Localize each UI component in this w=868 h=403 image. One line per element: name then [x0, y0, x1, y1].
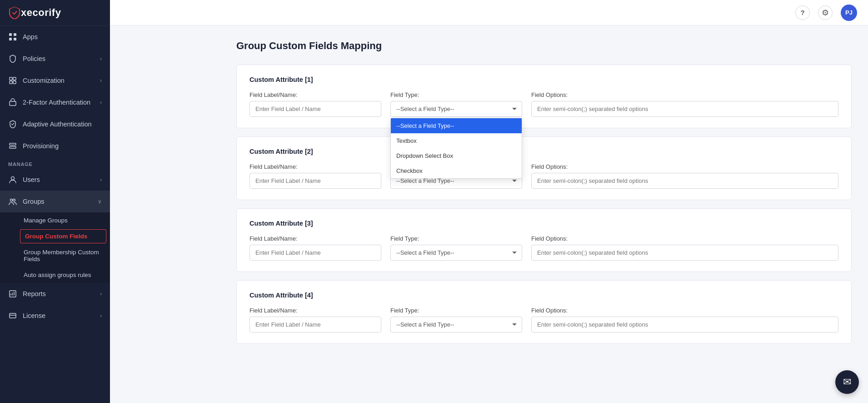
attribute-3-fields-row: Field Label/Name: Field Type: --Select a… [249, 235, 838, 261]
customization-icon [8, 76, 17, 85]
attribute-section-2: Custom Attribute [2] Field Label/Name: F… [236, 136, 852, 200]
svg-rect-3 [14, 38, 16, 40]
2fa-icon [8, 98, 17, 107]
sidebar-item-group-membership-custom-fields[interactable]: Group Membership Custom Fields [0, 244, 110, 267]
dropdown-option-dropdown-select[interactable]: Dropdown Select Box [391, 148, 522, 163]
attr1-field-type-wrapper: --Select a Field Type-- Textbox Dropdown… [390, 101, 522, 117]
attribute-4-fields-row: Field Label/Name: Field Type: --Select a… [249, 307, 838, 332]
sidebar-item-auto-assign-groups[interactable]: Auto assign groups rules [0, 267, 110, 283]
attr1-field-options-group: Field Options: [531, 91, 838, 117]
attr2-field-options-group: Field Options: [531, 163, 838, 189]
sidebar-item-group-custom-fields[interactable]: Group Custom Fields [20, 229, 106, 243]
sidebar-item-provisioning-label: Provisioning [23, 142, 59, 150]
provisioning-icon [8, 141, 17, 151]
dropdown-option-textbox[interactable]: Textbox [391, 133, 522, 148]
sidebar-item-provisioning[interactable]: Provisioning [0, 135, 110, 157]
chat-button[interactable]: ✉ [835, 370, 859, 394]
brand-name: xecorify [21, 7, 61, 19]
topbar-actions: ? ⚙ PJ [795, 5, 857, 21]
topbar: ? ⚙ PJ [110, 0, 868, 25]
sidebar: xecorify Apps Policies › Customization ›… [0, 0, 110, 403]
attr1-field-options-input[interactable] [531, 101, 838, 117]
attr4-field-options-label: Field Options: [531, 307, 838, 314]
attribute-1-fields-row: Field Label/Name: Field Type: --Select a… [249, 91, 838, 117]
main-content: Group Custom Fields Mapping Custom Attri… [220, 25, 868, 403]
attr4-field-options-input[interactable] [531, 317, 838, 332]
sidebar-item-policies[interactable]: Policies › [0, 48, 110, 70]
attr4-field-type-label: Field Type: [390, 307, 522, 314]
attr3-field-type-group: Field Type: --Select a Field Type-- Text… [390, 235, 522, 261]
attr3-field-options-input[interactable] [531, 245, 838, 261]
attr4-field-type-select[interactable]: --Select a Field Type-- Textbox Dropdown… [390, 317, 522, 332]
svg-rect-10 [10, 146, 16, 148]
user-avatar[interactable]: PJ [841, 5, 857, 21]
attr4-label-name-input[interactable] [249, 317, 381, 332]
reports-icon [8, 289, 17, 298]
svg-rect-7 [13, 81, 16, 84]
users-chevron-icon: › [100, 176, 102, 183]
attr1-label-name-group: Field Label/Name: [249, 91, 381, 117]
sidebar-item-users[interactable]: Users › [0, 169, 110, 191]
logo-icon [8, 6, 21, 19]
attr3-field-options-label: Field Options: [531, 235, 838, 242]
sidebar-item-customization[interactable]: Customization › [0, 70, 110, 91]
svg-rect-5 [13, 77, 16, 80]
attr3-field-type-label: Field Type: [390, 235, 522, 242]
sidebar-item-2fa[interactable]: 2-Factor Authentication › [0, 91, 110, 113]
svg-point-13 [13, 199, 15, 202]
svg-rect-8 [10, 101, 16, 106]
2fa-chevron-icon: › [100, 99, 102, 106]
attr3-field-type-select[interactable]: --Select a Field Type-- Textbox Dropdown… [390, 245, 522, 261]
svg-rect-6 [10, 81, 12, 84]
groups-submenu: Manage Groups Group Custom Fields Group … [0, 212, 110, 283]
attr2-label-name-label: Field Label/Name: [249, 163, 381, 170]
svg-point-12 [10, 199, 13, 202]
sidebar-logo: xecorify [0, 0, 110, 26]
help-button[interactable]: ? [795, 5, 810, 20]
attr3-label-name-input[interactable] [249, 245, 381, 261]
chat-icon: ✉ [843, 376, 851, 388]
attribute-section-4: Custom Attribute [4] Field Label/Name: F… [236, 280, 852, 344]
attr1-field-type-label: Field Type: [390, 91, 522, 98]
attr1-label-name-label: Field Label/Name: [249, 91, 381, 98]
sidebar-item-groups[interactable]: Groups ∨ [0, 191, 110, 212]
attr1-label-name-input[interactable] [249, 101, 381, 117]
groups-chevron-icon: ∨ [98, 198, 102, 205]
sidebar-item-customization-label: Customization [23, 77, 65, 84]
sidebar-item-apps[interactable]: Apps [0, 26, 110, 48]
sidebar-item-users-label: Users [23, 176, 40, 183]
attribute-3-title: Custom Attribute [3] [249, 220, 838, 227]
sidebar-item-reports[interactable]: Reports › [0, 283, 110, 305]
attr4-label-name-group: Field Label/Name: [249, 307, 381, 332]
settings-button[interactable]: ⚙ [818, 5, 833, 20]
gear-icon: ⚙ [822, 8, 829, 18]
svg-rect-1 [14, 33, 16, 36]
dropdown-option-default[interactable]: --Select a Field Type-- [391, 118, 522, 133]
attr2-field-options-input[interactable] [531, 173, 838, 189]
attr4-field-options-group: Field Options: [531, 307, 838, 332]
apps-icon [8, 32, 17, 41]
license-icon [8, 311, 17, 320]
question-icon: ? [800, 9, 804, 16]
sidebar-item-reports-label: Reports [23, 290, 46, 297]
attr3-label-name-group: Field Label/Name: [249, 235, 381, 261]
attribute-2-title: Custom Attribute [2] [249, 148, 838, 155]
sidebar-item-license[interactable]: License › [0, 305, 110, 327]
sidebar-item-adaptive-auth[interactable]: Adaptive Authentication [0, 113, 110, 135]
sidebar-item-license-label: License [23, 312, 45, 319]
policies-icon [8, 54, 17, 63]
sidebar-item-manage-groups[interactable]: Manage Groups [0, 212, 110, 228]
dropdown-option-checkbox[interactable]: Checkbox [391, 163, 522, 178]
svg-rect-4 [10, 77, 12, 80]
svg-point-11 [11, 177, 15, 180]
page-title: Group Custom Fields Mapping [236, 40, 852, 52]
attr1-field-type-group: Field Type: --Select a Field Type-- Text… [390, 91, 522, 117]
attr4-label-name-label: Field Label/Name: [249, 307, 381, 314]
attr2-label-name-input[interactable] [249, 173, 381, 189]
attr2-label-name-group: Field Label/Name: [249, 163, 381, 189]
attr2-field-options-label: Field Options: [531, 163, 838, 170]
attr1-field-type-select[interactable]: --Select a Field Type-- Textbox Dropdown… [390, 101, 522, 117]
attribute-section-1: Custom Attribute [1] Field Label/Name: F… [236, 65, 852, 128]
svg-rect-15 [10, 313, 16, 318]
reports-chevron-icon: › [100, 291, 102, 297]
